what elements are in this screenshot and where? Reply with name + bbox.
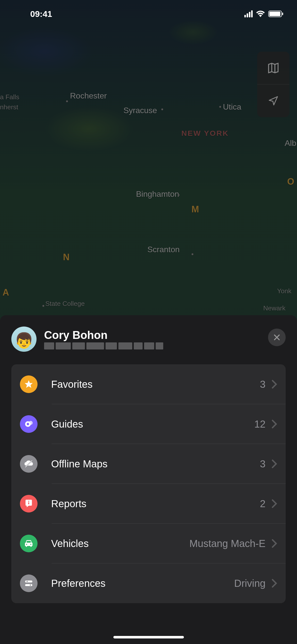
guides-icon (20, 415, 38, 433)
chevron-right-icon (272, 539, 277, 548)
chevron-right-icon (272, 459, 277, 468)
menu-item-favorites[interactable]: Favorites 3 (11, 364, 286, 404)
battery-icon (268, 11, 282, 17)
menu-value: 3 (260, 458, 266, 470)
menu-value: 3 (260, 379, 266, 390)
menu-label: Reports (51, 498, 260, 509)
cloud-slash-icon (20, 455, 38, 473)
svg-point-5 (28, 501, 29, 502)
profile-name: Cory Bohon (44, 329, 286, 341)
menu-item-guides[interactable]: Guides 12 (11, 404, 286, 444)
close-button[interactable] (268, 329, 286, 346)
menu-item-vehicles[interactable]: Vehicles Mustang Mach-E (11, 524, 286, 563)
svg-rect-6 (28, 502, 29, 504)
home-indicator[interactable] (113, 636, 184, 638)
star-icon (20, 375, 38, 393)
svg-rect-12 (25, 584, 32, 586)
svg-rect-9 (27, 541, 31, 543)
avatar[interactable]: 👦 (11, 327, 37, 352)
wifi-icon (256, 11, 265, 17)
menu-label: Favorites (51, 379, 260, 390)
svg-point-7 (26, 544, 27, 545)
menu-value: Driving (234, 578, 266, 589)
map-controls (257, 52, 289, 117)
close-icon (273, 333, 281, 341)
status-time: 09:41 (30, 9, 52, 19)
menu-label: Guides (51, 418, 254, 430)
chevron-right-icon (272, 579, 277, 588)
svg-rect-10 (25, 581, 32, 583)
preferences-icon (20, 574, 38, 592)
menu-label: Preferences (51, 578, 234, 589)
menu-item-preferences[interactable]: Preferences Driving (11, 563, 286, 603)
menu-label: Vehicles (51, 538, 189, 549)
profile-sheet: 👦 Cory Bohon (0, 315, 297, 644)
cellular-signal-icon (244, 10, 253, 17)
profile-header: 👦 Cory Bohon (11, 327, 286, 352)
svg-point-2 (29, 421, 33, 425)
chevron-right-icon (272, 420, 277, 429)
car-icon (20, 535, 38, 552)
chevron-right-icon (272, 380, 277, 389)
location-arrow-icon (268, 95, 279, 106)
avatar-memoji: 👦 (15, 332, 34, 349)
svg-point-13 (30, 585, 31, 586)
menu-value: Mustang Mach-E (189, 538, 266, 549)
svg-point-11 (26, 581, 28, 582)
menu-value: 2 (260, 498, 266, 509)
chevron-right-icon (272, 499, 277, 508)
menu-item-reports[interactable]: Reports 2 (11, 484, 286, 524)
profile-email-redacted (44, 342, 286, 349)
svg-point-8 (30, 544, 31, 545)
menu-item-offline-maps[interactable]: Offline Maps 3 (11, 444, 286, 484)
location-button[interactable] (257, 84, 289, 117)
menu-list: Favorites 3 Guides 12 Offline Maps 3 (11, 364, 286, 603)
status-icons (244, 10, 282, 17)
menu-label: Offline Maps (51, 458, 260, 470)
menu-value: 12 (254, 418, 266, 430)
report-icon (20, 495, 38, 512)
status-bar: 09:41 (0, 0, 297, 28)
map-icon (267, 62, 280, 74)
map-style-button[interactable] (257, 52, 289, 84)
